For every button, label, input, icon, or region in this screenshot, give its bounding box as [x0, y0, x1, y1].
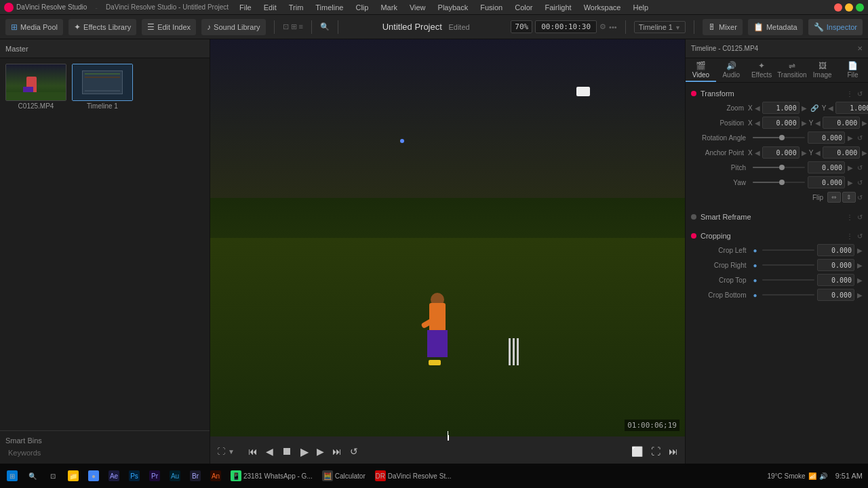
anchor-x-down[interactable]: ◀ [755, 149, 760, 157]
zoom-x-up[interactable]: ▶ [802, 104, 807, 112]
zoom-x-down[interactable]: ◀ [755, 104, 760, 112]
rotation-reset[interactable]: ↺ [857, 134, 863, 142]
task-view-btn[interactable]: ⊡ [43, 466, 62, 485]
media-clip-1[interactable]: C0125.MP4 [5, 64, 66, 110]
zoom-y-down[interactable]: ◀ [828, 104, 833, 112]
yaw-input[interactable] [808, 176, 845, 188]
keywords-item[interactable]: Keywords [5, 447, 204, 458]
edit-index-btn[interactable]: ☰ Edit Index [142, 19, 196, 35]
media-pool-btn[interactable]: ⊞ Media Pool [5, 19, 63, 35]
menu-mark[interactable]: Mark [378, 2, 399, 13]
crop-bottom-up[interactable]: ▶ [857, 291, 863, 299]
go-to-start-btn[interactable]: ⏮ [248, 446, 258, 457]
insp-tab-file[interactable]: 📄 File [837, 58, 868, 82]
crop-bottom-input[interactable] [817, 289, 854, 301]
volume-icon[interactable]: 🔊 [819, 472, 827, 480]
whatsapp-btn[interactable]: 📱 23181 WhatsApp - G... [226, 466, 317, 485]
pos-y-up[interactable]: ▶ [862, 119, 867, 127]
play-btn[interactable]: ▶ [300, 445, 309, 458]
pitch-up[interactable]: ▶ [848, 164, 853, 171]
menu-clip[interactable]: Clip [353, 2, 371, 13]
monitor-btn[interactable]: ⬜ [631, 446, 643, 457]
smart-reframe-header[interactable]: Smart Reframe ⋮ ↺ [691, 210, 863, 224]
audition-btn[interactable]: Au [165, 466, 184, 485]
flip-reset[interactable]: ↺ [857, 194, 863, 201]
inspector-close-icon[interactable]: ✕ [857, 45, 863, 52]
file-explorer-btn[interactable]: 📁 [64, 466, 83, 485]
playbar-thumb[interactable] [448, 435, 449, 441]
cropping-header[interactable]: Cropping ⋮ ↺ [691, 229, 863, 243]
audio-monitor-btn[interactable]: ⏭ [669, 446, 678, 457]
menu-trim[interactable]: Trim [286, 2, 307, 13]
menu-fairlight[interactable]: Fairlight [542, 2, 574, 13]
clip-1-thumbnail[interactable] [5, 64, 66, 101]
pos-y-down[interactable]: ◀ [815, 119, 821, 127]
mixer-btn[interactable]: 🎚 Mixer [703, 19, 743, 35]
timecode-display[interactable]: 00:00:10:30 [535, 20, 597, 33]
anchor-y-up[interactable]: ▶ [862, 149, 867, 157]
yaw-slider-thumb[interactable] [779, 180, 785, 185]
menu-edit[interactable]: Edit [261, 2, 279, 13]
stop-btn[interactable]: ⏹ [281, 445, 292, 458]
go-to-end-btn[interactable]: ⏭ [332, 446, 342, 457]
rotation-slider-thumb[interactable] [779, 135, 785, 140]
settings-icon[interactable]: ⚙ [599, 22, 606, 31]
yaw-slider[interactable] [753, 182, 805, 183]
pitch-slider-thumb[interactable] [779, 165, 785, 170]
yaw-reset[interactable]: ↺ [857, 179, 863, 186]
search-icon[interactable]: 🔍 [320, 22, 330, 31]
insp-tab-video[interactable]: 🎬 Video [686, 58, 716, 82]
rotation-up[interactable]: ▶ [848, 134, 853, 142]
anchor-x-input[interactable] [762, 146, 800, 159]
pitch-input[interactable] [808, 161, 845, 174]
pos-x-up[interactable]: ▶ [802, 119, 807, 127]
menu-view[interactable]: View [407, 2, 429, 13]
clip-2-thumbnail[interactable] [72, 64, 133, 101]
menu-timeline[interactable]: Timeline [313, 2, 346, 13]
toolbar-layout-btn[interactable]: ⊡ [283, 22, 289, 31]
photoshop-btn[interactable]: Ps [125, 466, 144, 485]
flip-v-btn[interactable]: ⇕ [842, 192, 856, 203]
toolbar-grid-btn[interactable]: ⊞ [291, 22, 297, 31]
metadata-btn[interactable]: 📋 Metadata [748, 19, 803, 35]
anchor-y-input[interactable] [823, 146, 860, 159]
network-icon[interactable]: 📶 [808, 472, 816, 480]
zoom-link-icon[interactable]: 🔗 [810, 104, 818, 112]
menu-help[interactable]: Help [630, 2, 651, 13]
pos-y-input[interactable] [823, 117, 860, 129]
crop-left-input[interactable] [817, 244, 854, 256]
win-min-btn[interactable] [845, 3, 853, 12]
timeline-label[interactable]: Timeline 1 ▼ [634, 21, 686, 33]
insp-tab-transition[interactable]: ⇌ Transition [776, 58, 807, 82]
crop-bottom-slider[interactable] [762, 294, 814, 296]
crop-right-up[interactable]: ▶ [857, 262, 863, 269]
transform-header[interactable]: Transform ⋮ ↺ [691, 87, 863, 100]
resolve-taskbar-btn[interactable]: DR DaVinci Resolve St... [371, 466, 456, 485]
menu-file[interactable]: File [237, 2, 254, 13]
start-btn[interactable]: ⊞ [3, 466, 22, 485]
insp-tab-audio[interactable]: 🔊 Audio [716, 58, 747, 82]
menu-playback[interactable]: Playback [435, 2, 471, 13]
after-effects-btn[interactable]: Ae [104, 466, 123, 485]
insp-tab-image[interactable]: 🖼 Image [807, 58, 837, 82]
crop-right-slider[interactable] [762, 264, 814, 266]
search-taskbar-btn[interactable]: 🔍 [23, 466, 42, 485]
pos-x-input[interactable] [762, 117, 800, 129]
calculator-btn[interactable]: 🧮 Calculator [318, 466, 370, 485]
next-frame-btn[interactable]: ▶ [317, 446, 324, 457]
pitch-slider[interactable] [753, 167, 805, 168]
inspector-btn[interactable]: 🔧 Inspector [808, 19, 863, 35]
zoom-level[interactable]: 70% [511, 20, 532, 33]
flip-h-btn[interactable]: ⇔ [827, 192, 841, 203]
preview-options-btn[interactable]: ▼ [228, 448, 235, 455]
cropping-reset-icon[interactable]: ↺ [857, 232, 863, 240]
menu-color[interactable]: Color [512, 2, 535, 13]
fullscreen-btn[interactable]: ⛶ [651, 446, 660, 457]
crop-top-input[interactable] [817, 274, 854, 286]
pitch-reset[interactable]: ↺ [857, 164, 863, 171]
preview-video[interactable] [210, 39, 685, 436]
crop-top-slider[interactable] [762, 279, 814, 281]
rotation-slider[interactable] [753, 137, 805, 138]
menu-workspace[interactable]: Workspace [581, 2, 624, 13]
crop-left-up[interactable]: ▶ [857, 247, 863, 254]
